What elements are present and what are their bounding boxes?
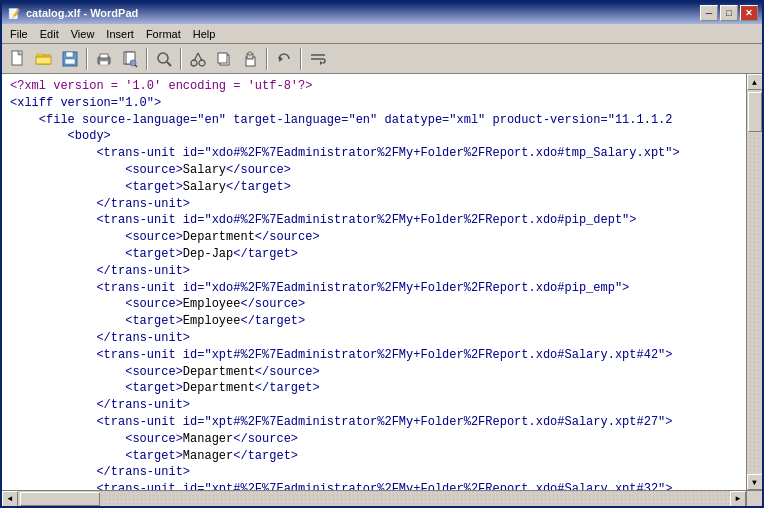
menu-edit[interactable]: Edit (34, 26, 65, 42)
svg-rect-7 (65, 59, 75, 64)
main-window: 📝 catalog.xlf - WordPad ─ □ ✕ File Edit … (0, 0, 764, 508)
scrollbar-corner (746, 491, 762, 507)
svg-rect-4 (36, 57, 51, 64)
svg-line-19 (194, 53, 198, 61)
save-button[interactable] (58, 47, 82, 71)
svg-line-14 (135, 65, 137, 67)
scroll-right-button[interactable]: ► (730, 491, 746, 507)
toolbar (2, 44, 762, 74)
undo-button[interactable] (272, 47, 296, 71)
svg-marker-26 (279, 56, 283, 62)
menu-insert[interactable]: Insert (100, 26, 140, 42)
svg-rect-9 (100, 54, 108, 58)
toolbar-sep-2 (146, 48, 148, 70)
main-area: <?xml version = '1.0' encoding = 'utf-8'… (2, 74, 762, 490)
print-button[interactable] (92, 47, 116, 71)
svg-line-20 (198, 53, 202, 61)
open-button[interactable] (32, 47, 56, 71)
menu-view[interactable]: View (65, 26, 101, 42)
minimize-button[interactable]: ─ (700, 5, 718, 21)
vertical-scrollbar[interactable]: ▲ ▼ (746, 74, 762, 490)
toolbar-sep-4 (266, 48, 268, 70)
scroll-track-h[interactable] (18, 491, 730, 506)
cut-button[interactable] (186, 47, 210, 71)
xml-content[interactable]: <?xml version = '1.0' encoding = 'utf-8'… (2, 74, 746, 490)
scroll-down-button[interactable]: ▼ (747, 474, 763, 490)
new-button[interactable] (6, 47, 30, 71)
title-controls: ─ □ ✕ (700, 5, 758, 21)
maximize-button[interactable]: □ (720, 5, 738, 21)
svg-rect-6 (66, 52, 73, 57)
toolbar-sep-1 (86, 48, 88, 70)
toolbar-sep-5 (300, 48, 302, 70)
scroll-track-v[interactable] (747, 90, 762, 474)
scroll-up-button[interactable]: ▲ (747, 74, 763, 90)
wordwrap-button[interactable] (306, 47, 330, 71)
scroll-thumb-h[interactable] (20, 492, 100, 506)
horizontal-scrollbar[interactable]: ◄ ► (2, 490, 762, 506)
menu-format[interactable]: Format (140, 26, 187, 42)
scroll-thumb-v[interactable] (748, 92, 762, 132)
svg-rect-22 (218, 53, 227, 63)
content-area: <?xml version = '1.0' encoding = 'utf-8'… (2, 74, 746, 490)
svg-rect-10 (100, 61, 108, 65)
svg-rect-25 (248, 52, 252, 55)
title-bar: 📝 catalog.xlf - WordPad ─ □ ✕ (2, 2, 762, 24)
svg-rect-0 (12, 51, 22, 65)
svg-rect-3 (37, 54, 43, 56)
svg-line-16 (167, 62, 171, 66)
find-button[interactable] (152, 47, 176, 71)
window-title: catalog.xlf - WordPad (26, 7, 138, 19)
menu-bar: File Edit View Insert Format Help (2, 24, 762, 44)
print-preview-button[interactable] (118, 47, 142, 71)
svg-point-15 (158, 53, 168, 63)
toolbar-sep-3 (180, 48, 182, 70)
close-button[interactable]: ✕ (740, 5, 758, 21)
menu-file[interactable]: File (4, 26, 34, 42)
title-bar-left: 📝 catalog.xlf - WordPad (6, 5, 138, 21)
svg-marker-29 (320, 61, 323, 65)
menu-help[interactable]: Help (187, 26, 222, 42)
paste-button[interactable] (238, 47, 262, 71)
copy-button[interactable] (212, 47, 236, 71)
app-icon: 📝 (6, 5, 22, 21)
scroll-left-button[interactable]: ◄ (2, 491, 18, 507)
